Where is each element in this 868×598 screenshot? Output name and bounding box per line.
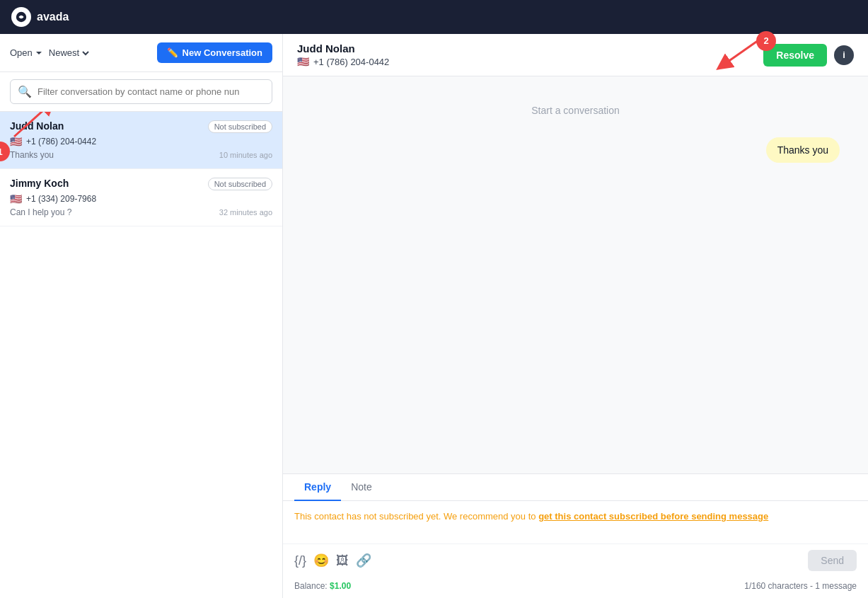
conv-phone-2: +1 (334) 209-7968 (26, 194, 96, 204)
conversation-item-1[interactable]: 1 Judd Nolan Not subscribed 🇺🇸 +1 (786) … (0, 112, 282, 169)
pencil-icon: ✏️ (167, 47, 178, 58)
send-button[interactable]: Send (808, 550, 857, 571)
conv-preview-row-2: Can I help you ? 32 minutes ago (10, 207, 272, 217)
message-bubble: Thanks you (766, 137, 840, 163)
conv-preview-2: Can I help you ? (10, 207, 71, 217)
start-conversation-label: Start a conversation (531, 105, 620, 116)
resolve-button[interactable]: Resolve (763, 44, 827, 67)
emoji-icon-button[interactable]: 😊 (313, 553, 329, 568)
conv-phone-row-1: 🇺🇸 +1 (786) 204-0442 (10, 136, 272, 147)
conv-name-1: Judd Nolan (10, 120, 64, 132)
image-icon-button[interactable]: 🖼 (336, 553, 349, 568)
chevron-down-icon (35, 49, 43, 57)
search-container: 🔍 (0, 72, 282, 112)
search-icon: 🔍 (18, 85, 32, 98)
chat-contact-name: Judd Nolan (297, 42, 389, 54)
reply-warning: This contact has not subscribed yet. We … (294, 511, 768, 522)
top-navigation: avada (0, 0, 868, 34)
info-button[interactable]: i (834, 45, 854, 65)
subscribe-link[interactable]: get this contact subscribed before sendi… (538, 511, 768, 522)
conv-top-row-1: Judd Nolan Not subscribed (10, 120, 272, 133)
flag-us-2: 🇺🇸 (10, 193, 22, 205)
balance-amount: $1.00 (330, 581, 351, 591)
left-toolbar: Open Newest ✏️ New Conversation (0, 34, 282, 72)
chat-contact-info: Judd Nolan 🇺🇸 +1 (786) 204-0442 (297, 42, 389, 67)
main-container: Open Newest ✏️ New Conversation 🔍 (0, 34, 868, 598)
conv-preview-1: Thanks you (10, 150, 54, 160)
reply-body: This contact has not subscribed yet. We … (283, 501, 868, 544)
chat-body: Start a conversation Thanks you (283, 76, 868, 473)
newest-filter-dropdown[interactable]: Newest (49, 47, 90, 58)
conv-phone-row-2: 🇺🇸 +1 (334) 209-7968 (10, 193, 272, 205)
chat-contact-phone: +1 (786) 204-0442 (313, 57, 389, 67)
left-panel: Open Newest ✏️ New Conversation 🔍 (0, 34, 283, 598)
conv-badge-1: Not subscribed (208, 120, 272, 133)
conversations-list: 1 Judd Nolan Not subscribed 🇺🇸 +1 (786) … (0, 112, 282, 598)
flag-us-1: 🇺🇸 (10, 136, 22, 147)
reply-area: Reply Note This contact has not subscrib… (283, 473, 868, 598)
conv-preview-row-1: Thanks you 10 minutes ago (10, 150, 272, 160)
balance-label: Balance: $1.00 (294, 581, 351, 591)
code-icon-button[interactable]: {/} (294, 553, 306, 568)
chevron-down-icon-2 (81, 49, 90, 57)
conv-time-2: 32 minutes ago (219, 208, 272, 217)
char-count: 1/160 characters - 1 message (744, 581, 857, 591)
search-input[interactable] (37, 86, 265, 97)
conv-name-2: Jimmy Koch (10, 178, 69, 189)
conv-time-1: 10 minutes ago (219, 151, 272, 159)
logo-svg (15, 11, 28, 23)
open-filter-dropdown[interactable]: Open (10, 47, 43, 58)
chat-contact-phone-row: 🇺🇸 +1 (786) 204-0442 (297, 56, 389, 67)
chat-header: Judd Nolan 🇺🇸 +1 (786) 204-0442 2 Resolv… (283, 34, 868, 76)
tab-note[interactable]: Note (341, 474, 382, 501)
logo: avada (11, 7, 69, 27)
annotation-1: 1 (0, 142, 10, 161)
search-wrap: 🔍 (10, 79, 272, 104)
reply-toolbar: {/} 😊 🖼 🔗 Send (283, 544, 868, 577)
conv-phone-1: +1 (786) 204-0442 (26, 137, 96, 146)
conv-top-row-2: Jimmy Koch Not subscribed (10, 178, 272, 190)
right-panel: Judd Nolan 🇺🇸 +1 (786) 204-0442 2 Resolv… (283, 34, 868, 598)
svg-line-2 (723, 40, 758, 65)
flag-us-chat: 🇺🇸 (297, 56, 309, 67)
tab-reply[interactable]: Reply (294, 474, 341, 501)
new-conversation-button[interactable]: ✏️ New Conversation (157, 42, 272, 63)
conv-badge-2: Not subscribed (208, 178, 272, 190)
link-icon-button[interactable]: 🔗 (356, 553, 371, 568)
reply-tabs: Reply Note (283, 474, 868, 501)
conversation-item-2[interactable]: Jimmy Koch Not subscribed 🇺🇸 +1 (334) 20… (0, 169, 282, 226)
chat-header-actions: 2 Resolve i (763, 44, 854, 67)
reply-footer: Balance: $1.00 1/160 characters - 1 mess… (283, 577, 868, 598)
logo-icon (11, 7, 31, 27)
logo-text: avada (37, 11, 69, 23)
